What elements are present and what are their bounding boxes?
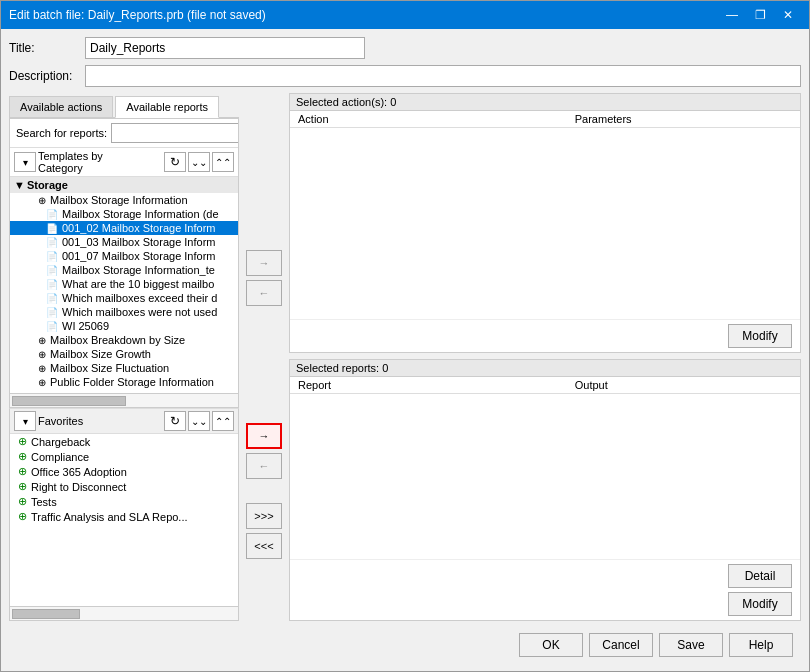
list-item[interactable]: ⊕ Mailbox Storage Information bbox=[10, 193, 238, 207]
doc-icon: ⊕ bbox=[38, 349, 46, 360]
sort-asc-button[interactable]: ⌄⌄ bbox=[188, 152, 210, 172]
close-button[interactable]: ✕ bbox=[775, 5, 801, 25]
modify-report-button[interactable]: Modify bbox=[728, 592, 792, 616]
search-label: Search for reports: bbox=[16, 127, 107, 139]
list-item[interactable]: ⊕ Public Folder Storage Information bbox=[10, 375, 238, 389]
storage-header: ▼ Storage bbox=[10, 177, 238, 193]
folder-icon: ⊕ bbox=[18, 435, 27, 448]
fav-refresh-button[interactable]: ↻ bbox=[164, 411, 186, 431]
list-item[interactable]: ⊕ Mailbox Size Fluctuation bbox=[10, 361, 238, 375]
desc-input[interactable] bbox=[85, 65, 801, 87]
doc-icon: 📄 bbox=[46, 307, 58, 318]
tab-available-actions[interactable]: Available actions bbox=[9, 96, 113, 117]
list-item[interactable]: ⊕ Compliance bbox=[10, 449, 238, 464]
title-input[interactable] bbox=[85, 37, 365, 59]
bottom-buttons: OK Cancel Save Help bbox=[9, 627, 801, 663]
list-item[interactable]: ⊕ Mailbox Size Growth bbox=[10, 347, 238, 361]
folder-icon: ⊕ bbox=[18, 450, 27, 463]
list-item[interactable]: ⊕ Tests bbox=[10, 494, 238, 509]
selected-actions-panel: Selected action(s): 0 Action Parameters … bbox=[289, 93, 801, 353]
list-item[interactable]: 📄 Which mailboxes were not used bbox=[10, 305, 238, 319]
fav-dropdown-button[interactable]: ▾ bbox=[14, 411, 36, 431]
doc-icon: 📄 bbox=[46, 223, 58, 234]
storage-label: Storage bbox=[27, 179, 68, 191]
list-item[interactable]: 📄 001_07 Mailbox Storage Inform bbox=[10, 249, 238, 263]
modify-action-button[interactable]: Modify bbox=[728, 324, 792, 348]
restore-button[interactable]: ❐ bbox=[747, 5, 773, 25]
dialog-content: Title: Description: Available actions Av… bbox=[1, 29, 809, 671]
window-controls: — ❐ ✕ bbox=[719, 5, 801, 25]
remove-action-button[interactable]: ← bbox=[246, 280, 282, 306]
fav-sort-desc-button[interactable]: ⌃⌃ bbox=[212, 411, 234, 431]
list-item[interactable]: 📄 001_03 Mailbox Storage Inform bbox=[10, 235, 238, 249]
help-button[interactable]: Help bbox=[729, 633, 793, 657]
doc-icon: 📄 bbox=[46, 209, 58, 220]
left-column: Available actions Available reports Sear… bbox=[9, 93, 239, 621]
doc-icon: 📄 bbox=[46, 321, 58, 332]
doc-icon: ⊕ bbox=[38, 363, 46, 374]
minimize-button[interactable]: — bbox=[719, 5, 745, 25]
title-row: Title: bbox=[9, 37, 801, 59]
doc-icon: 📄 bbox=[46, 265, 58, 276]
list-item[interactable]: ⊕ Office 365 Adoption bbox=[10, 464, 238, 479]
panels-area: Available actions Available reports Sear… bbox=[9, 93, 801, 621]
add-report-button[interactable]: → bbox=[246, 423, 282, 449]
center-buttons: → ← → ← >>> <<< bbox=[239, 93, 289, 621]
tab-available-reports[interactable]: Available reports bbox=[115, 96, 219, 118]
list-item[interactable]: 📄 What are the 10 biggest mailbo bbox=[10, 277, 238, 291]
doc-icon: ⊕ bbox=[38, 335, 46, 346]
favorites-toolbar: ▾ Favorites ↻ ⌄⌄ ⌃⌃ bbox=[10, 409, 238, 434]
save-button[interactable]: Save bbox=[659, 633, 723, 657]
list-item[interactable]: 📄 Mailbox Storage Information_te bbox=[10, 263, 238, 277]
reports-table-body bbox=[290, 394, 800, 559]
remove-all-reports-button[interactable]: <<< bbox=[246, 533, 282, 559]
tree-category-label: Templates byCategory bbox=[38, 150, 162, 174]
title-bar: Edit batch file: Daily_Reports.prb (file… bbox=[1, 1, 809, 29]
selected-reports-panel: Selected reports: 0 Report Output Detail… bbox=[289, 359, 801, 621]
list-item[interactable]: 📄 Mailbox Storage Information (de bbox=[10, 207, 238, 221]
doc-icon: 📄 bbox=[46, 251, 58, 262]
selected-actions-header: Selected action(s): 0 bbox=[290, 94, 800, 111]
tree-top-panel: Search for reports: 🔍 ▾ Templates byCate… bbox=[9, 118, 239, 408]
detail-button[interactable]: Detail bbox=[728, 564, 792, 588]
list-item[interactable]: 📄 001_02 Mailbox Storage Inform bbox=[10, 221, 238, 235]
add-all-reports-button[interactable]: >>> bbox=[246, 503, 282, 529]
actions-table-body bbox=[290, 128, 800, 319]
favorites-tree[interactable]: ⊕ Chargeback ⊕ Compliance ⊕ Office 365 A… bbox=[10, 434, 238, 606]
doc-icon: 📄 bbox=[46, 237, 58, 248]
list-item[interactable]: ⊕ Chargeback bbox=[10, 434, 238, 449]
favorites-panel: ▾ Favorites ↻ ⌄⌄ ⌃⌃ ⊕ Chargeback ⊕ bbox=[9, 408, 239, 621]
desc-label: Description: bbox=[9, 69, 79, 83]
folder-icon: ⊕ bbox=[18, 465, 27, 478]
doc-icon: ⊕ bbox=[38, 195, 46, 206]
remove-report-button[interactable]: ← bbox=[246, 453, 282, 479]
col-parameters: Parameters bbox=[567, 113, 800, 125]
tab-bar: Available actions Available reports bbox=[9, 93, 239, 118]
ok-button[interactable]: OK bbox=[519, 633, 583, 657]
dropdown-button[interactable]: ▾ bbox=[14, 152, 36, 172]
list-item[interactable]: ⊕ Traffic Analysis and SLA Repo... bbox=[10, 509, 238, 524]
list-item[interactable]: 📄 Which mailboxes exceed their d bbox=[10, 291, 238, 305]
search-bar: Search for reports: 🔍 bbox=[10, 119, 238, 148]
doc-icon: 📄 bbox=[46, 293, 58, 304]
list-item[interactable]: ⊕ Mailbox Breakdown by Size bbox=[10, 333, 238, 347]
tree-container[interactable]: ▼ Storage ⊕ Mailbox Storage Information … bbox=[10, 177, 238, 393]
col-report: Report bbox=[290, 379, 567, 391]
list-item[interactable]: ⊕ Right to Disconnect bbox=[10, 479, 238, 494]
cancel-button[interactable]: Cancel bbox=[589, 633, 653, 657]
sort-desc-button[interactable]: ⌃⌃ bbox=[212, 152, 234, 172]
refresh-button[interactable]: ↻ bbox=[164, 152, 186, 172]
folder-icon: ⊕ bbox=[18, 510, 27, 523]
fav-sort-asc-button[interactable]: ⌄⌄ bbox=[188, 411, 210, 431]
doc-icon: ⊕ bbox=[38, 377, 46, 388]
add-action-button[interactable]: → bbox=[246, 250, 282, 276]
selected-reports-header: Selected reports: 0 bbox=[290, 360, 800, 377]
description-row: Description: bbox=[9, 65, 801, 87]
list-item[interactable]: 📄 WI 25069 bbox=[10, 319, 238, 333]
search-input[interactable] bbox=[111, 123, 239, 143]
folder-icon: ⊕ bbox=[18, 495, 27, 508]
title-label: Title: bbox=[9, 41, 79, 55]
window-title: Edit batch file: Daily_Reports.prb (file… bbox=[9, 8, 266, 22]
actions-column-headers: Action Parameters bbox=[290, 111, 800, 128]
doc-icon: 📄 bbox=[46, 279, 58, 290]
